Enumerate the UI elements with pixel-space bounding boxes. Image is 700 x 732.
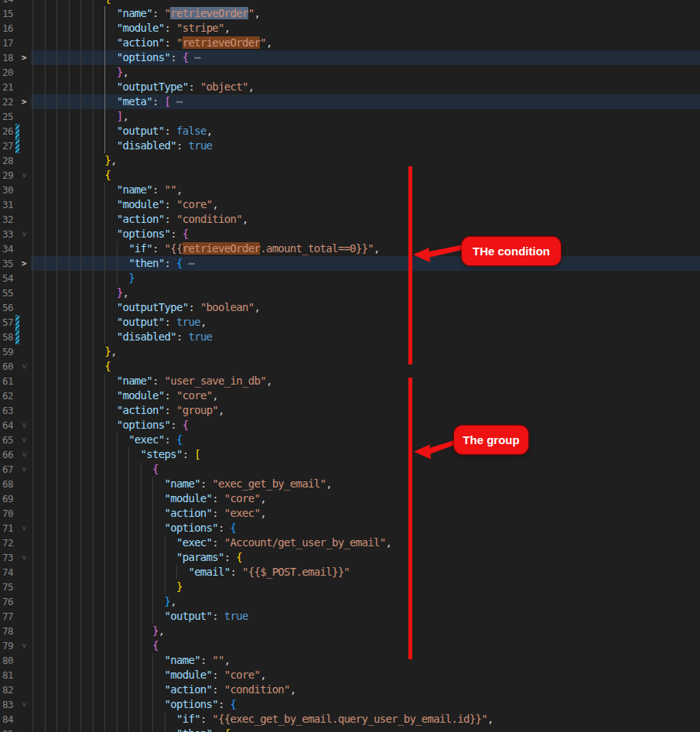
code-text[interactable]: }, <box>21 153 117 168</box>
code-line: 25 ], <box>0 109 700 124</box>
code-line: 79> { <box>0 638 700 653</box>
code-text[interactable]: "output": true, <box>21 315 207 330</box>
code-text[interactable]: "module": "core", <box>21 388 218 403</box>
code-text[interactable]: "name": "", <box>21 183 183 197</box>
code-text[interactable]: "name": "exec_get_by_email", <box>21 477 332 491</box>
code-text[interactable]: "email": "{{$_POST.email}}" <box>21 565 350 580</box>
code-line: 55 }, <box>0 286 700 300</box>
code-line: 75 } <box>0 580 700 594</box>
code-text[interactable]: "options": { <box>21 521 236 535</box>
token: retrieveOrder <box>183 36 260 49</box>
code-line: 30 "name": "", <box>0 183 700 197</box>
token: : <box>165 213 176 225</box>
line-number: 58 <box>0 330 13 344</box>
code-text[interactable]: "exec": { <box>21 433 183 447</box>
code-text[interactable]: }, <box>21 65 128 80</box>
token: "" <box>165 183 176 196</box>
code-text[interactable]: "options": { <box>21 418 188 433</box>
code-text[interactable]: "meta": [ ⋯ <box>21 94 183 109</box>
code-text[interactable]: "then": { <box>21 727 230 732</box>
code-text[interactable]: "disabled": true <box>21 330 212 344</box>
code-text[interactable]: "action": "retrieveOrder", <box>21 36 272 50</box>
code-text[interactable]: }, <box>21 594 176 609</box>
code-text[interactable]: "then": { ⋯ <box>21 256 194 271</box>
code-text[interactable]: ], <box>21 109 128 124</box>
code-text[interactable]: { <box>21 462 159 477</box>
code-text[interactable]: "output": true <box>21 609 248 624</box>
code-text[interactable]: "name": "retrieveOrder", <box>21 6 260 21</box>
fold-ellipsis[interactable]: ⋯ <box>188 51 200 63</box>
token: : <box>152 242 164 255</box>
code-text[interactable]: "module": "core", <box>21 668 266 682</box>
code-text[interactable]: "module": "core", <box>21 197 218 212</box>
code-line: 67> { <box>0 462 700 477</box>
line-number: 66 <box>0 447 13 462</box>
token: : <box>165 404 176 416</box>
token: "action" <box>117 36 165 49</box>
code-text[interactable]: "options": { ⋯ <box>21 50 200 65</box>
token: "action" <box>165 507 213 519</box>
code-text[interactable]: "action": "condition", <box>21 212 248 227</box>
code-text[interactable]: }, <box>21 624 165 638</box>
code-text[interactable]: "params": { <box>21 550 242 565</box>
code-text[interactable]: { <box>21 0 111 6</box>
token: "outputType" <box>117 80 189 93</box>
line-number: 84 <box>0 712 13 727</box>
token: , <box>374 242 380 255</box>
token: "module" <box>117 198 165 210</box>
code-text[interactable]: }, <box>21 286 128 300</box>
code-text[interactable]: "steps": [ <box>21 447 200 462</box>
code-text[interactable]: }, <box>21 344 117 359</box>
token: "name" <box>117 7 152 19</box>
code-text[interactable]: "name": "", <box>21 653 230 668</box>
code-line: 60> { <box>0 359 700 374</box>
code-text[interactable]: "if": "{{retrieveOrder.amount_total==0}}… <box>21 241 380 256</box>
code-text[interactable]: } <box>21 271 135 286</box>
code-text[interactable]: "disabled": true <box>21 139 212 153</box>
token: : <box>188 80 200 93</box>
line-number: 32 <box>0 212 13 227</box>
token: , <box>111 154 117 166</box>
code-line: 62 "module": "core", <box>0 388 700 403</box>
code-text[interactable]: } <box>21 580 183 594</box>
token: : <box>170 51 182 63</box>
code-text[interactable]: { <box>21 638 159 653</box>
token: , <box>326 477 332 490</box>
code-text[interactable]: "options": { <box>21 697 236 712</box>
code-text[interactable]: "outputType": "object", <box>21 80 254 94</box>
fold-ellipsis[interactable]: ⋯ <box>170 95 182 108</box>
code-line: 84 "if": "{{exec_get_by_email.query_user… <box>0 712 700 727</box>
code-text[interactable]: "action": "exec", <box>21 506 266 521</box>
code-text[interactable]: { <box>21 168 111 183</box>
code-text[interactable]: "module": "core", <box>21 491 266 506</box>
token: : <box>200 654 212 666</box>
code-text[interactable]: "options": { <box>21 227 188 241</box>
token: , <box>242 213 248 225</box>
line-number: 75 <box>0 580 13 594</box>
code-text[interactable]: "action": "condition", <box>21 682 296 697</box>
code-text[interactable]: "name": "user_save_in_db", <box>21 374 272 388</box>
line-number: 56 <box>0 300 13 315</box>
code-text[interactable]: "output": false, <box>21 124 212 139</box>
code-line: 76 }, <box>0 594 700 609</box>
token: "options" <box>117 419 171 431</box>
code-text[interactable]: "action": "group", <box>21 403 224 418</box>
line-number: 83 <box>0 697 13 712</box>
fold-ellipsis[interactable]: ⋯ <box>183 257 194 269</box>
token: "group" <box>176 404 218 416</box>
token: } <box>152 624 159 637</box>
code-text[interactable]: "outputType": "boolean", <box>21 300 260 315</box>
code-text[interactable]: { <box>21 359 111 374</box>
code-text[interactable]: "exec": "Account/get_user_by_email", <box>21 535 391 550</box>
token: { <box>176 257 183 269</box>
token: { <box>152 639 159 652</box>
code-text[interactable]: "if": "{{exec_get_by_email.query_user_by… <box>21 712 493 727</box>
line-number: 78 <box>0 624 13 638</box>
code-text[interactable]: "module": "stripe", <box>21 21 230 36</box>
token: : <box>165 22 176 34</box>
token: : <box>212 507 224 519</box>
token: "core" <box>176 198 212 210</box>
token: : <box>165 389 176 402</box>
token: "output" <box>117 125 165 137</box>
line-number: 28 <box>0 153 13 168</box>
